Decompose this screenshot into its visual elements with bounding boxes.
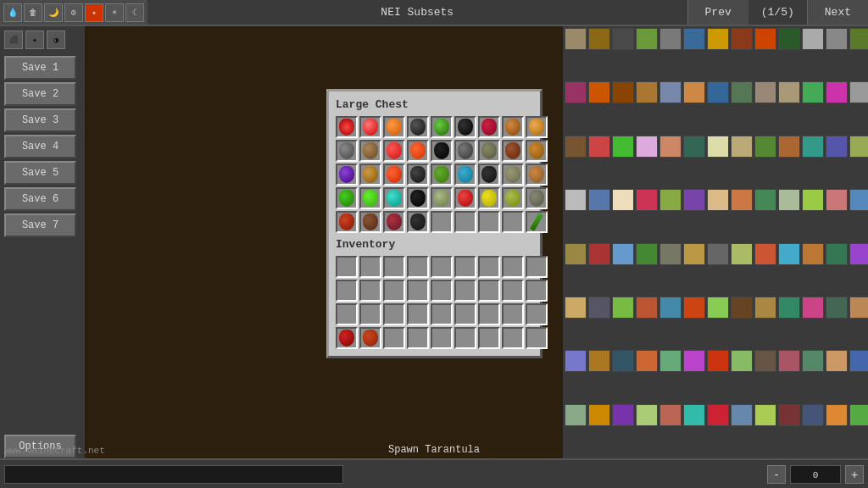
nei-item-slot[interactable] [636,28,658,50]
nei-item-slot[interactable] [731,350,753,372]
nei-item-slot[interactable] [707,136,729,158]
nei-item-slot[interactable] [588,81,610,103]
chest-slot[interactable] [478,164,500,186]
chest-slot[interactable] [526,211,548,233]
chest-slot[interactable] [407,211,429,233]
nei-item-slot[interactable] [826,404,848,426]
sidebar-icon-3[interactable]: ◑ [47,30,65,49]
hotbar-slot[interactable] [526,327,548,349]
nei-item-slot[interactable] [683,189,705,211]
nei-item-slot[interactable] [849,189,868,211]
chest-slot[interactable] [526,164,548,186]
save-3-button[interactable]: Save 3 [4,108,76,132]
chest-slot[interactable] [383,140,405,162]
nei-item-slot[interactable] [849,28,868,50]
nei-item-slot[interactable] [826,189,848,211]
hotbar-slot[interactable] [431,327,453,349]
nei-item-slot[interactable] [565,81,587,103]
inv-slot[interactable] [407,280,429,302]
nei-item-slot[interactable] [731,404,753,426]
nei-item-slot[interactable] [636,136,658,158]
chest-slot[interactable] [359,187,381,209]
chest-slot[interactable] [431,116,453,138]
chest-slot[interactable] [454,140,476,162]
chest-slot[interactable] [454,187,476,209]
nei-item-slot[interactable] [778,350,800,372]
chest-slot[interactable] [502,164,524,186]
nei-item-slot[interactable] [826,297,848,319]
save-6-button[interactable]: Save 6 [4,187,76,211]
nei-item-slot[interactable] [612,350,634,372]
inv-slot[interactable] [454,256,476,278]
nei-item-slot[interactable] [683,297,705,319]
nei-item-slot[interactable] [826,350,848,372]
inv-slot[interactable] [359,303,381,325]
nei-item-slot[interactable] [565,350,587,372]
hotbar-slot[interactable] [336,327,358,349]
nei-item-slot[interactable] [754,28,776,50]
chest-slot[interactable] [431,140,453,162]
nei-item-slot[interactable] [636,243,658,265]
nei-item-slot[interactable] [683,350,705,372]
nei-item-slot[interactable] [612,243,634,265]
nei-item-slot[interactable] [588,350,610,372]
prev-button[interactable]: Prev [687,0,748,25]
nei-item-slot[interactable] [612,404,634,426]
nei-item-slot[interactable] [565,404,587,426]
nei-item-slot[interactable] [565,297,587,319]
inv-slot[interactable] [478,280,500,302]
inv-slot[interactable] [359,280,381,302]
hotbar-slot[interactable] [478,327,500,349]
nei-item-slot[interactable] [802,81,824,103]
nei-item-slot[interactable] [849,350,868,372]
chest-slot[interactable] [359,140,381,162]
nei-item-slot[interactable] [683,81,705,103]
nei-item-slot[interactable] [778,136,800,158]
nei-item-slot[interactable] [659,28,682,50]
inv-slot[interactable] [502,256,524,278]
nei-item-slot[interactable] [731,136,753,158]
inv-slot[interactable] [526,303,548,325]
chest-slot[interactable] [407,140,429,162]
nei-item-slot[interactable] [683,243,705,265]
nei-item-slot[interactable] [754,136,776,158]
chest-slot[interactable] [336,187,358,209]
inv-slot[interactable] [431,256,453,278]
inv-slot[interactable] [407,303,429,325]
nei-item-slot[interactable] [754,297,776,319]
chest-slot[interactable] [407,164,429,186]
nei-item-slot[interactable] [565,189,587,211]
inv-slot[interactable] [431,280,453,302]
nei-item-slot[interactable] [802,28,824,50]
chest-slot[interactable] [454,164,476,186]
nei-item-slot[interactable] [612,28,634,50]
chest-slot[interactable] [431,187,453,209]
hotbar-slot[interactable] [502,327,524,349]
nei-item-slot[interactable] [778,189,800,211]
nei-item-slot[interactable] [565,136,587,158]
nei-item-slot[interactable] [849,297,868,319]
chest-slot[interactable] [383,211,405,233]
nei-item-slot[interactable] [802,350,824,372]
chest-slot[interactable] [407,116,429,138]
nei-item-slot[interactable] [802,243,824,265]
nei-item-slot[interactable] [802,297,824,319]
nei-item-slot[interactable] [612,189,634,211]
nei-item-slot[interactable] [826,81,848,103]
nei-item-slot[interactable] [707,243,729,265]
hotbar-slot[interactable] [359,327,381,349]
chest-slot[interactable] [431,164,453,186]
nei-item-slot[interactable] [683,28,705,50]
inv-slot[interactable] [478,256,500,278]
save-1-button[interactable]: Save 1 [4,56,76,80]
config-icon[interactable]: ⚙ [64,3,83,22]
nei-item-slot[interactable] [636,189,658,211]
nei-item-slot[interactable] [612,136,634,158]
nei-item-slot[interactable] [802,189,824,211]
nei-item-slot[interactable] [588,28,610,50]
nei-item-slot[interactable] [659,297,682,319]
nei-item-slot[interactable] [826,243,848,265]
inv-slot[interactable] [336,303,358,325]
chest-slot[interactable] [431,211,453,233]
inv-slot[interactable] [454,303,476,325]
